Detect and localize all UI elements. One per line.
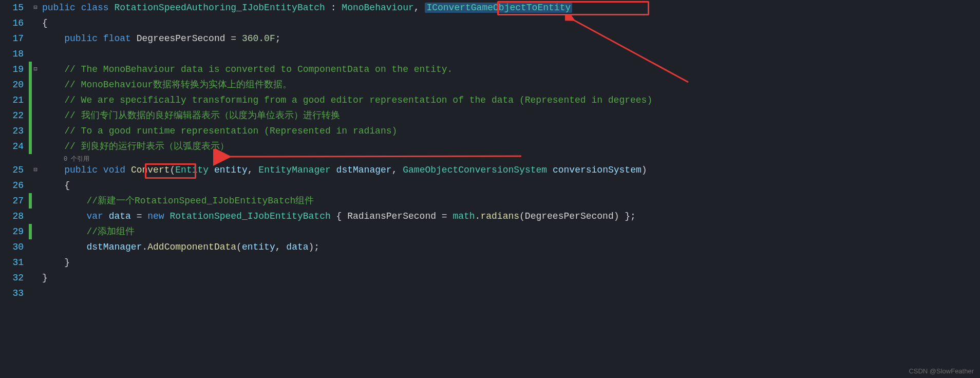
code-line[interactable]: { bbox=[42, 15, 980, 31]
line-number: 32 bbox=[0, 270, 24, 286]
code-line[interactable]: } bbox=[42, 270, 980, 286]
fold-toggle-icon[interactable]: ⊟ bbox=[32, 62, 39, 77]
line-number: 23 bbox=[0, 123, 24, 139]
comma: , bbox=[275, 242, 287, 252]
local-var: data bbox=[109, 211, 131, 221]
fold-toggle-icon[interactable]: ⊟ bbox=[32, 162, 39, 178]
code-line[interactable]: // To a good runtime representation (Rep… bbox=[42, 123, 980, 139]
code-line[interactable]: // 到良好的运行时表示（以弧度表示） bbox=[42, 139, 980, 154]
line-number: 27 bbox=[0, 193, 24, 209]
code-line[interactable]: public float DegreesPerSecond = 360.0F; bbox=[42, 31, 980, 46]
argument: entity bbox=[242, 242, 275, 252]
class-name: RotationSpeedAuthoring_IJobEntityBatch bbox=[114, 3, 325, 13]
codelens-references[interactable]: 0 个引用 bbox=[64, 155, 89, 163]
code-line[interactable]: // 我们专门从数据的良好编辑器表示（以度为单位表示）进行转换 bbox=[42, 108, 980, 123]
code-editor[interactable]: 15 16 17 18 19 20 21 22 23 24 25 26 27 2… bbox=[0, 0, 980, 301]
line-number: 18 bbox=[0, 46, 24, 62]
keyword-public: public bbox=[42, 3, 76, 13]
paren-open: ( bbox=[519, 211, 525, 221]
equals: = bbox=[436, 211, 453, 221]
paren-close: ) bbox=[642, 165, 647, 175]
line-number: 16 bbox=[0, 15, 24, 31]
param-type: Entity bbox=[175, 165, 209, 175]
line-number: 25 bbox=[0, 162, 24, 178]
argument: data bbox=[286, 242, 308, 252]
brace-open: { bbox=[331, 211, 347, 221]
code-line[interactable] bbox=[42, 46, 980, 62]
field-name: DegreesPerSecond bbox=[137, 33, 225, 44]
code-line[interactable]: //新建一个RotationSpeed_IJobEntityBatch组件 bbox=[42, 193, 980, 209]
line-number: 22 bbox=[0, 108, 24, 123]
code-line[interactable]: public class RotationSpeedAuthoring_IJob… bbox=[42, 0, 980, 15]
colon: : bbox=[325, 3, 342, 13]
argument: DegreesPerSecond bbox=[525, 211, 614, 221]
comment: // 到良好的运行时表示（以弧度表示） bbox=[64, 141, 229, 152]
param-name: conversionSystem bbox=[553, 165, 642, 175]
semicolon: ; bbox=[275, 33, 281, 44]
paren-close: ); bbox=[309, 242, 320, 252]
code-line[interactable]: // The MonoBehaviour data is converted t… bbox=[42, 62, 980, 77]
keyword-public: public bbox=[64, 165, 98, 175]
number-literal: 360.0F bbox=[242, 33, 275, 44]
type-float: float bbox=[103, 33, 131, 44]
brace-close: }; bbox=[619, 211, 636, 221]
code-line[interactable]: var data = new RotationSpeed_IJobEntityB… bbox=[42, 209, 980, 224]
line-number: 33 bbox=[0, 286, 24, 301]
brace-close: } bbox=[64, 257, 70, 268]
object-ref: dstManager bbox=[86, 242, 142, 252]
method-call: AddComponentData bbox=[147, 242, 236, 252]
fold-toggle-icon[interactable]: ⊟ bbox=[32, 0, 39, 15]
property-name: RadiansPerSecond bbox=[347, 211, 436, 221]
equals: = bbox=[225, 33, 242, 44]
method-call: radians bbox=[480, 211, 519, 221]
param-name: dstManager bbox=[336, 165, 392, 175]
code-line[interactable]: // MonoBehaviour数据将转换为实体上的组件数据。 bbox=[42, 77, 980, 92]
code-line[interactable]: dstManager.AddComponentData(entity, data… bbox=[42, 239, 980, 255]
line-number: 21 bbox=[0, 92, 24, 108]
watermark-text: CSDN @SlowFeather bbox=[909, 367, 974, 375]
brace-close: } bbox=[42, 273, 48, 283]
keyword-public: public bbox=[64, 33, 98, 44]
equals: = bbox=[131, 211, 147, 221]
line-number: 19 bbox=[0, 62, 24, 77]
brace-open: { bbox=[64, 180, 70, 191]
type-name: RotationSpeed_IJobEntityBatch bbox=[169, 211, 330, 221]
code-line[interactable]: public void Convert(Entity entity, Entit… bbox=[42, 162, 980, 178]
comment: // MonoBehaviour数据将转换为实体上的组件数据。 bbox=[64, 80, 292, 90]
comma: , bbox=[392, 165, 403, 175]
line-number: 20 bbox=[0, 77, 24, 92]
dot: . bbox=[142, 242, 147, 252]
comment: // We are specifically transforming from… bbox=[64, 95, 652, 105]
line-number: 28 bbox=[0, 209, 24, 224]
line-number: 29 bbox=[0, 224, 24, 239]
comment: //添加组件 bbox=[86, 226, 135, 237]
line-number: 30 bbox=[0, 239, 24, 255]
code-line[interactable]: } bbox=[42, 255, 980, 270]
keyword-class: class bbox=[81, 3, 109, 13]
line-number: 26 bbox=[0, 178, 24, 193]
keyword-new: new bbox=[147, 211, 164, 221]
comment: //新建一个RotationSpeed_IJobEntityBatch组件 bbox=[86, 196, 314, 206]
keyword-var: var bbox=[86, 211, 103, 221]
comment: // To a good runtime representation (Rep… bbox=[64, 126, 397, 136]
param-type: GameObjectConversionSystem bbox=[403, 165, 547, 175]
paren-open: ( bbox=[236, 242, 242, 252]
code-line[interactable]: { bbox=[42, 178, 980, 193]
keyword-void: void bbox=[103, 165, 125, 175]
code-line[interactable] bbox=[42, 286, 980, 301]
class-ref: math bbox=[453, 211, 475, 221]
code-line[interactable]: //添加组件 bbox=[42, 224, 980, 239]
line-number-gutter: 15 16 17 18 19 20 21 22 23 24 25 26 27 2… bbox=[0, 0, 29, 301]
comma: , bbox=[414, 3, 420, 13]
fold-gutter[interactable]: ⊟ ⊟ ⊟ bbox=[32, 0, 39, 301]
interface-name: IConvertGameObjectToEntity bbox=[425, 3, 572, 13]
param-name: entity bbox=[214, 165, 248, 175]
line-number: 24 bbox=[0, 139, 24, 154]
line-number: 17 bbox=[0, 31, 24, 46]
code-area[interactable]: public class RotationSpeedAuthoring_IJob… bbox=[39, 0, 980, 301]
code-line[interactable]: // We are specifically transforming from… bbox=[42, 92, 980, 108]
base-class: MonoBehaviour bbox=[342, 3, 413, 13]
line-number: 31 bbox=[0, 255, 24, 270]
line-number: 15 bbox=[0, 0, 24, 15]
method-name: Convert bbox=[131, 165, 170, 175]
